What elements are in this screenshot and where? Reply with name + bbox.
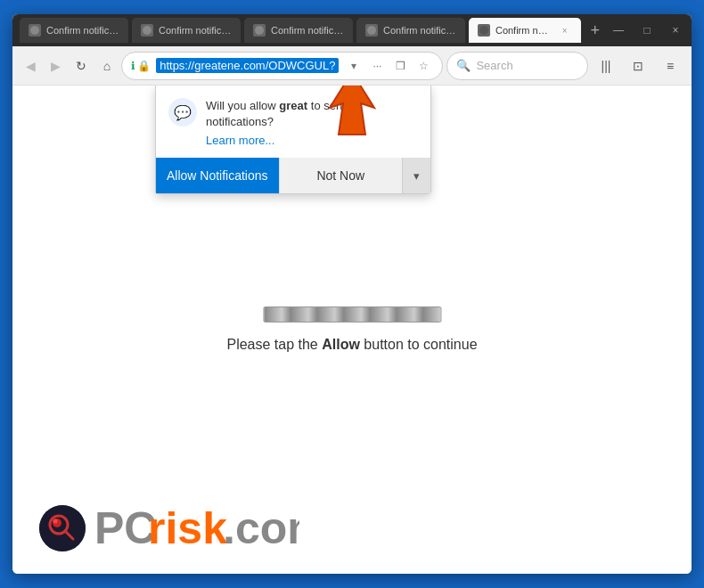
search-placeholder: Search bbox=[476, 59, 512, 72]
url-display[interactable]: https://greatene.com/ODWCGUL? bbox=[156, 58, 339, 73]
address-bar-icons: ▾ ··· ❒ ☆ bbox=[344, 56, 433, 76]
not-now-dropdown-button[interactable]: ▾ bbox=[402, 158, 430, 193]
svg-point-0 bbox=[30, 26, 39, 35]
popup-buttons: Allow Notifications Not Now ▾ bbox=[156, 158, 430, 193]
tab-3-favicon bbox=[253, 24, 266, 37]
allow-notifications-button[interactable]: Allow Notifications bbox=[156, 158, 279, 193]
toolbar-icons: ||| ⊡ ≡ bbox=[592, 52, 684, 80]
forward-button[interactable]: ▶ bbox=[45, 52, 68, 80]
page-message-bold: Allow bbox=[322, 337, 360, 352]
tab-3-label: Confirm notificatio... bbox=[271, 25, 344, 36]
search-icon: 🔍 bbox=[456, 59, 471, 72]
pocket-icon[interactable]: ❒ bbox=[390, 56, 410, 76]
close-window-button[interactable]: × bbox=[667, 24, 684, 37]
tab-5-active[interactable]: Confirm notific... × bbox=[469, 18, 581, 43]
home-button[interactable]: ⌂ bbox=[96, 52, 119, 80]
tab-1[interactable]: Confirm notificatio... bbox=[20, 18, 128, 43]
maximize-button[interactable]: □ bbox=[638, 24, 656, 37]
page-message-suffix: button to continue bbox=[360, 337, 478, 352]
lock-icon: 🔒 bbox=[137, 60, 151, 72]
content-area: 💬 Will you allow great to send notificat… bbox=[12, 86, 692, 574]
svg-point-3 bbox=[367, 26, 376, 35]
sidebar-icon-button[interactable]: ⊡ bbox=[624, 52, 652, 80]
dropdown-arrow-icon[interactable]: ▾ bbox=[344, 56, 364, 76]
tab-5-favicon bbox=[478, 24, 490, 37]
popup-content: 💬 Will you allow great to send notificat… bbox=[156, 86, 430, 147]
page-message: Please tap the Allow button to continue bbox=[226, 337, 477, 353]
orange-arrow bbox=[316, 86, 388, 143]
tab-4-label: Confirm notificatio... bbox=[383, 25, 456, 36]
svg-point-9 bbox=[53, 519, 58, 524]
svg-point-4 bbox=[479, 26, 488, 35]
svg-point-1 bbox=[143, 26, 151, 35]
new-tab-button[interactable]: + bbox=[585, 18, 606, 43]
more-options-icon[interactable]: ··· bbox=[367, 56, 387, 76]
minimize-button[interactable]: — bbox=[610, 24, 627, 37]
tab-1-label: Confirm notificatio... bbox=[46, 25, 119, 36]
chevron-down-icon: ▾ bbox=[413, 169, 420, 183]
popup-message-prefix: Will you allow bbox=[206, 99, 279, 112]
info-icon: ℹ bbox=[131, 60, 135, 72]
title-bar: Confirm notificatio... Confirm notificat… bbox=[12, 14, 692, 46]
nav-bar: ◀ ▶ ↻ ⌂ ℹ 🔒 https://greatene.com/ODWCGUL… bbox=[12, 46, 692, 86]
tab-2-favicon bbox=[141, 24, 153, 37]
pcrisk-logo: PC risk .com bbox=[39, 501, 299, 556]
page-message-prefix: Please tap the bbox=[226, 337, 322, 352]
bookmark-icon[interactable]: ☆ bbox=[413, 56, 433, 76]
address-bar[interactable]: ℹ 🔒 https://greatene.com/ODWCGUL? ▾ ··· … bbox=[121, 52, 443, 80]
notification-popup: 💬 Will you allow great to send notificat… bbox=[155, 86, 431, 194]
window-controls: — □ × bbox=[610, 24, 684, 37]
svg-text:.com: .com bbox=[223, 503, 299, 552]
tab-5-label: Confirm notific... bbox=[495, 25, 553, 36]
svg-point-2 bbox=[255, 26, 264, 35]
tab-5-close-button[interactable]: × bbox=[558, 23, 572, 37]
pcrisk-icon bbox=[39, 505, 86, 551]
security-info-icon[interactable]: ℹ 🔒 bbox=[131, 60, 151, 72]
library-icon-button[interactable]: ||| bbox=[592, 52, 620, 80]
reload-button[interactable]: ↻ bbox=[70, 52, 93, 80]
svg-text:risk: risk bbox=[148, 503, 227, 552]
tab-2-label: Confirm notificatio... bbox=[159, 25, 232, 36]
page-progress-area: Please tap the Allow button to continue bbox=[226, 306, 477, 353]
search-bar[interactable]: 🔍 Search bbox=[446, 52, 588, 80]
svg-marker-5 bbox=[330, 86, 374, 135]
tab-4[interactable]: Confirm notificatio... bbox=[356, 18, 465, 43]
tab-2[interactable]: Confirm notificatio... bbox=[132, 18, 241, 43]
menu-icon-button[interactable]: ≡ bbox=[656, 52, 684, 80]
tab-1-favicon bbox=[29, 24, 41, 37]
popup-site-name: great bbox=[279, 99, 307, 112]
browser-window: Confirm notificatio... Confirm notificat… bbox=[12, 14, 692, 574]
tab-3[interactable]: Confirm notificatio... bbox=[244, 18, 353, 43]
tab-4-favicon bbox=[365, 24, 378, 37]
pcrisk-text: PC risk .com bbox=[94, 501, 299, 556]
back-button[interactable]: ◀ bbox=[20, 52, 42, 80]
notification-chat-icon: 💬 bbox=[168, 98, 197, 127]
progress-bar bbox=[263, 306, 441, 323]
not-now-button[interactable]: Not Now bbox=[279, 158, 403, 193]
